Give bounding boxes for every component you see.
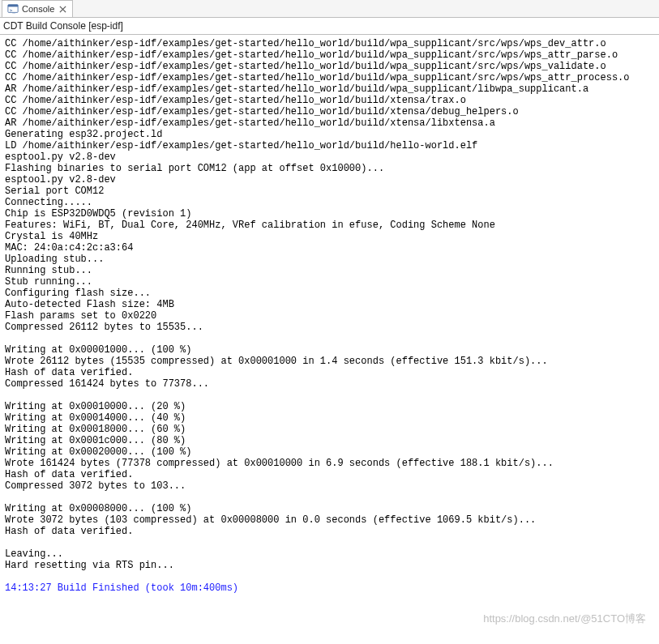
tab-console[interactable]: >_ Console <box>2 0 73 17</box>
console-line: Writing at 0x00008000... (100 %) <box>5 503 657 514</box>
console-output[interactable]: CC /home/aithinker/esp-idf/examples/get-… <box>0 35 659 644</box>
console-line: Generating esp32.project.ld <box>5 129 657 140</box>
console-line: Auto-detected Flash size: 4MB <box>5 299 657 310</box>
console-line: LD /home/aithinker/esp-idf/examples/get-… <box>5 140 657 151</box>
tab-bar: >_ Console <box>0 0 659 18</box>
console-line: Connecting..... <box>5 197 657 208</box>
svg-text:>_: >_ <box>10 7 16 14</box>
console-line: Hard resetting via RTS pin... <box>5 560 657 571</box>
console-line: Serial port COM12 <box>5 186 657 197</box>
console-line: esptool.py v2.8-dev <box>5 174 657 186</box>
console-subtitle: CDT Build Console [esp-idf] <box>0 18 659 35</box>
console-line: AR /home/aithinker/esp-idf/examples/get-… <box>5 117 657 129</box>
console-line: Writing at 0x00018000... (60 %) <box>5 424 657 435</box>
console-line: Writing at 0x00001000... (100 %) <box>5 344 657 356</box>
console-line: Writing at 0x00010000... (20 %) <box>5 401 657 412</box>
console-line: CC /home/aithinker/esp-idf/examples/get-… <box>5 95 657 106</box>
console-line: CC /home/aithinker/esp-idf/examples/get-… <box>5 38 657 49</box>
console-line: Configuring flash size... <box>5 288 657 299</box>
console-line: MAC: 24:0a:c4:2c:a3:64 <box>5 242 657 254</box>
console-line <box>5 390 657 401</box>
console-line: Compressed 26112 bytes to 15535... <box>5 322 657 333</box>
console-line: Running stub... <box>5 265 657 276</box>
console-line: CC /home/aithinker/esp-idf/examples/get-… <box>5 106 657 117</box>
console-line <box>5 537 657 548</box>
console-line <box>5 492 657 503</box>
console-line: Flash params set to 0x0220 <box>5 310 657 322</box>
console-line: Chip is ESP32D0WDQ5 (revision 1) <box>5 208 657 220</box>
build-finished-line: 14:13:27 Build Finished (took 10m:400ms) <box>5 582 657 594</box>
console-line: AR /home/aithinker/esp-idf/examples/get-… <box>5 83 657 95</box>
console-line: Wrote 26112 bytes (15535 compressed) at … <box>5 356 657 367</box>
console-line: Leaving... <box>5 548 657 560</box>
console-line: Crystal is 40MHz <box>5 231 657 242</box>
console-line: Hash of data verified. <box>5 526 657 537</box>
console-line: Writing at 0x00020000... (100 %) <box>5 446 657 458</box>
console-line: CC /home/aithinker/esp-idf/examples/get-… <box>5 72 657 83</box>
console-view: >_ Console CDT Build Console [esp-idf] C… <box>0 0 659 644</box>
console-line: Features: WiFi, BT, Dual Core, 240MHz, V… <box>5 220 657 231</box>
tab-close-button[interactable] <box>58 4 67 14</box>
console-line: Stub running... <box>5 276 657 288</box>
console-line: CC /home/aithinker/esp-idf/examples/get-… <box>5 61 657 72</box>
console-line <box>5 571 657 582</box>
console-line: Compressed 3072 bytes to 103... <box>5 480 657 492</box>
console-line: Writing at 0x0001c000... (80 %) <box>5 435 657 446</box>
console-line: CC /home/aithinker/esp-idf/examples/get-… <box>5 49 657 61</box>
console-line: Flashing binaries to serial port COM12 (… <box>5 163 657 174</box>
console-line: esptool.py v2.8-dev <box>5 151 657 163</box>
tab-label: Console <box>22 4 54 14</box>
console-line: Wrote 3072 bytes (103 compressed) at 0x0… <box>5 514 657 526</box>
console-icon: >_ <box>7 3 19 15</box>
console-line: Wrote 161424 bytes (77378 compressed) at… <box>5 458 657 469</box>
console-line <box>5 333 657 344</box>
console-line: Uploading stub... <box>5 254 657 265</box>
console-line: Writing at 0x00014000... (40 %) <box>5 412 657 424</box>
console-line: Hash of data verified. <box>5 469 657 480</box>
console-line: Compressed 161424 bytes to 77378... <box>5 378 657 390</box>
console-line: Hash of data verified. <box>5 367 657 378</box>
close-icon <box>59 6 66 13</box>
